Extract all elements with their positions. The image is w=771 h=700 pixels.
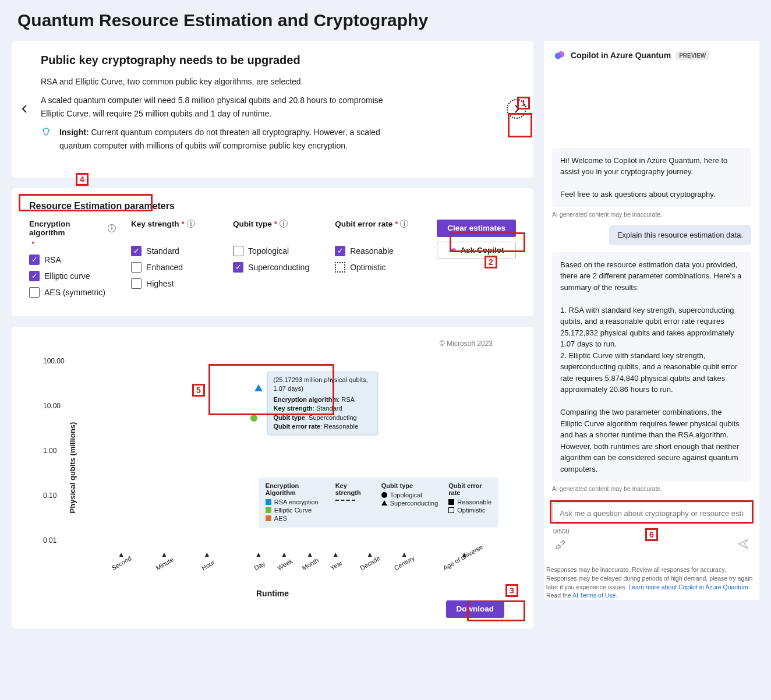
insight-carousel: Public key cryptography needs to be upgr… — [12, 41, 533, 178]
lightbulb-icon — [41, 127, 51, 158]
chevron-left-icon — [20, 104, 30, 114]
checkbox-topological[interactable]: Topological — [233, 246, 320, 256]
data-point-rsa[interactable] — [254, 384, 263, 391]
send-icon[interactable] — [737, 538, 749, 551]
svg-point-3 — [558, 51, 564, 58]
chart-x-axis-label: Runtime — [29, 589, 516, 598]
checkbox-reasonable[interactable]: Reasonable — [335, 246, 422, 256]
parameters-title: Resource Estimation parameters — [29, 201, 516, 211]
scatter-chart[interactable]: Physical qubits (millions) 100.00 10.00 … — [29, 351, 516, 584]
estimation-chart-panel: © Microsoft 2023 Physical qubits (millio… — [12, 327, 533, 628]
chat-thread[interactable]: Hi! Welcome to Copilot in Azure Quantum,… — [544, 70, 759, 497]
copilot-title: Copilot in Azure Quantum — [571, 51, 671, 60]
user-message: Explain this resource estimation data. — [609, 225, 751, 245]
checkbox-standard[interactable]: Standard — [131, 246, 218, 256]
carousel-next-button[interactable] — [507, 99, 526, 119]
ai-disclaimer-inline: AI generated content may be inaccurate. — [552, 485, 751, 492]
copilot-logo-icon — [553, 49, 566, 62]
info-icon[interactable]: i — [400, 220, 408, 228]
download-button[interactable]: Download — [446, 600, 505, 618]
page-title: Quantum Resource Estimation and Cryptogr… — [12, 0, 759, 41]
checkbox-rsa[interactable]: RSA — [29, 254, 116, 265]
assistant-message: Hi! Welcome to Copilot in Azure Quantum,… — [552, 148, 751, 207]
preview-badge: PREVIEW — [675, 51, 709, 60]
info-icon[interactable]: i — [280, 220, 288, 228]
char-counter: 0/500 — [552, 524, 751, 538]
info-icon[interactable]: i — [108, 224, 116, 232]
clear-chat-icon[interactable] — [554, 539, 565, 551]
carousel-heading: Public key cryptography needs to be upgr… — [41, 54, 498, 67]
param-group-qubit-type: Qubit type * i Topological Superconducti… — [233, 220, 320, 278]
clear-estimates-button[interactable]: Clear estimates — [437, 220, 516, 237]
param-group-qubit-error: Qubit error rate * i Reasonable Optimist… — [335, 220, 422, 278]
carousel-line1: RSA and Elliptic Curve, two common publi… — [41, 75, 390, 88]
checkbox-optimistic[interactable]: Optimistic — [335, 262, 422, 273]
copilot-input[interactable] — [552, 503, 751, 524]
chart-tooltip: (25.17293 million physical qubits, 1.07 … — [267, 372, 378, 435]
checkbox-elliptic-curve[interactable]: Elliptic curve — [29, 271, 116, 281]
assistant-message: Based on the resource estimation data yo… — [552, 252, 751, 482]
ai-disclaimer-inline: AI generated content may be inaccurate. — [552, 211, 751, 218]
chart-legend: Encryption Algorithm RSA encryption Elli… — [259, 478, 498, 528]
data-point-elliptic[interactable] — [250, 415, 257, 422]
parameters-panel: Resource Estimation parameters Encryptio… — [12, 188, 533, 316]
chart-copyright: © Microsoft 2023 — [29, 340, 516, 348]
copilot-footer-disclaimer: Responses may be inaccurate. Review all … — [544, 563, 759, 600]
checkbox-highest[interactable]: Highest — [131, 278, 218, 289]
learn-more-link[interactable]: Learn more about Copilot in Azure Quantu… — [628, 584, 748, 591]
param-group-key-strength: Key strength * i Standard Enhanced Highe… — [131, 220, 218, 295]
chevron-right-icon — [512, 104, 521, 114]
info-icon[interactable]: i — [187, 220, 195, 228]
copilot-panel: Copilot in Azure Quantum PREVIEW Hi! Wel… — [544, 41, 759, 600]
checkbox-aes[interactable]: AES (symmetric) — [29, 287, 116, 298]
svg-point-1 — [452, 248, 455, 252]
param-group-algorithm: Encryption algorithm i * RSA Elliptic cu… — [29, 220, 116, 303]
ai-terms-link[interactable]: AI Terms of Use — [572, 592, 616, 599]
carousel-prev-button[interactable] — [15, 99, 35, 119]
checkbox-enhanced[interactable]: Enhanced — [131, 262, 218, 273]
copilot-icon — [449, 246, 457, 254]
checkbox-superconducting[interactable]: Superconducting — [233, 262, 320, 273]
insight-text: Insight: Current quantum computers do no… — [59, 126, 409, 152]
ask-copilot-button[interactable]: Ask Copilot — [437, 242, 516, 259]
carousel-line2: A scaled quantum computer will need 5.8 … — [41, 94, 390, 120]
